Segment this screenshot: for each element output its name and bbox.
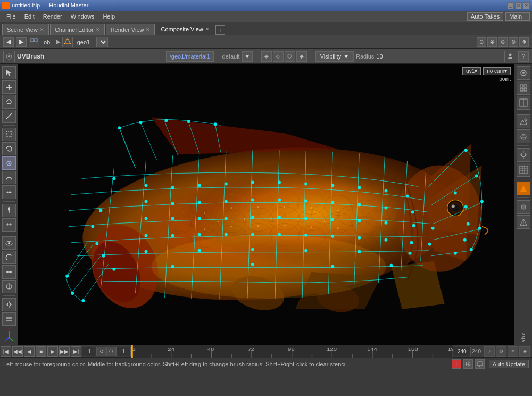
svg-point-222: [337, 227, 339, 229]
tab-render-view[interactable]: Render View ✕: [106, 24, 155, 35]
stop-button[interactable]: ■: [36, 346, 46, 357]
timeline-options-2[interactable]: ≡: [508, 346, 518, 357]
relax-tool[interactable]: [2, 185, 16, 199]
loop-icon[interactable]: ↺: [97, 346, 106, 356]
path-selector[interactable]: [96, 37, 108, 47]
menu-file[interactable]: File: [2, 12, 20, 21]
visibility-button[interactable]: Visibility ▼: [315, 51, 354, 62]
svg-point-200: [81, 299, 85, 302]
message-icon[interactable]: [475, 359, 485, 369]
realtime-icon[interactable]: ⏱: [106, 346, 116, 356]
lasso-select-tool[interactable]: [2, 142, 16, 155]
tab-composite-view[interactable]: Composite View ✕: [156, 24, 214, 35]
auto-update-button[interactable]: Auto Update: [489, 360, 529, 368]
menu-edit[interactable]: Edit: [20, 12, 39, 21]
toolbar-separator-4: [3, 295, 15, 296]
timeline-ruler[interactable]: 1 24 48 72 96 120 144 168 192: [131, 345, 453, 358]
shading-button[interactable]: [517, 200, 530, 214]
path-icon-4[interactable]: ⊗: [509, 37, 518, 47]
scale-tool[interactable]: [2, 110, 16, 123]
box-select-tool[interactable]: [2, 128, 16, 141]
snap-tool[interactable]: [2, 298, 16, 311]
end-frame-field[interactable]: [453, 346, 471, 356]
timeline-options-1[interactable]: ⚙: [496, 346, 506, 357]
rotate-tool[interactable]: [2, 95, 16, 108]
network-status-icon[interactable]: [463, 359, 473, 369]
tool-icon-a[interactable]: ◈: [261, 51, 272, 62]
camera-dropdown[interactable]: no cam▾: [483, 67, 511, 75]
path-icon-1[interactable]: ⊙: [477, 37, 486, 47]
uvbrush-tool[interactable]: [2, 156, 16, 170]
play-back-button[interactable]: ◀: [24, 346, 35, 357]
path-icon-2[interactable]: ◉: [487, 37, 497, 47]
menu-windows[interactable]: Windows: [66, 12, 99, 21]
tab-close-composite[interactable]: ✕: [205, 27, 210, 32]
path-obj[interactable]: obj: [41, 38, 54, 46]
svg-point-25: [8, 242, 10, 244]
svg-point-218: [230, 226, 232, 227]
tab-close-scene[interactable]: ✕: [40, 27, 44, 32]
light-icon[interactable]: [517, 148, 530, 162]
step-forward-button[interactable]: ▶▶: [59, 346, 70, 357]
tab-close-render[interactable]: ✕: [146, 27, 150, 32]
tab-scene-view[interactable]: Scene View ✕: [2, 24, 49, 35]
tool-icon-c[interactable]: ⬡: [285, 51, 295, 62]
maximize-button[interactable]: □: [515, 2, 522, 9]
path-forward-button[interactable]: ▶: [16, 37, 27, 47]
help-button[interactable]: ?: [518, 51, 529, 62]
svg-point-132: [145, 184, 148, 187]
path-back-button[interactable]: ◀: [3, 37, 14, 47]
abc-label: abc: [521, 332, 526, 343]
tab-close-channel[interactable]: ✕: [96, 27, 100, 32]
paint-tool[interactable]: [2, 204, 16, 217]
tool-icon-d[interactable]: ◆: [296, 51, 307, 62]
smooth-tool[interactable]: [2, 171, 16, 184]
path-geo1[interactable]: geo1: [75, 38, 92, 46]
cursor-tool[interactable]: [2, 66, 16, 79]
menu-render[interactable]: Render: [39, 12, 66, 21]
add-tab-button[interactable]: +: [215, 25, 225, 35]
grid-icon[interactable]: [517, 163, 530, 177]
close-button[interactable]: ✕: [523, 2, 530, 9]
align-tool[interactable]: [2, 312, 16, 326]
user-options-icon[interactable]: [504, 51, 516, 62]
svg-point-141: [384, 189, 387, 193]
auto-takes-button[interactable]: Auto Takes: [467, 12, 503, 21]
default-dropdown[interactable]: ▼: [242, 51, 253, 62]
svg-point-180: [428, 243, 431, 246]
timeline-options-3[interactable]: ◈: [519, 346, 530, 357]
material-icon[interactable]: [517, 129, 530, 143]
viewport[interactable]: uv1▾ no cam▾ point: [18, 64, 514, 345]
current-frame-field[interactable]: [116, 346, 131, 356]
svg-point-168: [95, 242, 98, 245]
play-forward-button[interactable]: ▶: [47, 346, 58, 357]
main-dropdown[interactable]: Main: [505, 12, 530, 21]
minimize-button[interactable]: _: [507, 2, 514, 9]
viewport-settings-button[interactable]: [517, 81, 530, 95]
menu-help[interactable]: Help: [98, 12, 119, 21]
render-settings-button[interactable]: [517, 96, 530, 110]
svg-rect-13: [6, 131, 12, 137]
go-to-end-button[interactable]: ▶|: [71, 346, 81, 357]
dolly-tool[interactable]: [2, 280, 16, 293]
display-options-button[interactable]: [517, 66, 530, 80]
track-tool[interactable]: [2, 265, 16, 278]
audio-button[interactable]: ♪: [484, 346, 495, 357]
uv-layer-dropdown[interactable]: uv1▾: [462, 67, 481, 75]
material-path[interactable]: /geo1/material1: [166, 51, 214, 62]
path-icon-5[interactable]: ❖: [519, 37, 529, 47]
view-tool[interactable]: [2, 236, 16, 250]
tumble-tool[interactable]: [2, 251, 16, 264]
texture-icon[interactable]: [517, 114, 530, 128]
orange-widget[interactable]: [517, 182, 530, 195]
path-icon-3[interactable]: ⊕: [498, 37, 508, 47]
go-to-start-button[interactable]: |◀: [1, 346, 11, 357]
error-indicator[interactable]: !: [452, 359, 461, 369]
wireframe-button[interactable]: [517, 215, 530, 229]
start-frame-field[interactable]: [82, 346, 97, 356]
tab-channel-editor[interactable]: Channel Editor ✕: [50, 24, 105, 35]
stitch-tool[interactable]: [2, 218, 16, 232]
tool-icon-b[interactable]: ◇: [273, 51, 284, 62]
move-tool[interactable]: [2, 80, 16, 94]
step-back-button[interactable]: ◀◀: [12, 346, 23, 357]
